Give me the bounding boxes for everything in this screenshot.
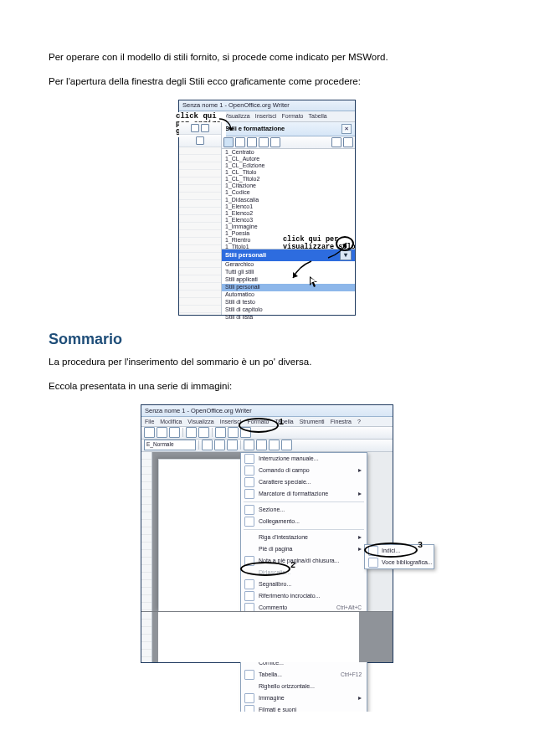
page-styles-icon[interactable]: [259, 137, 269, 147]
menu-item[interactable]: Filmati e suoni: [241, 704, 367, 712]
toolbar-button[interactable]: [228, 427, 239, 438]
menu-item[interactable]: Segnalibro...: [241, 579, 367, 590]
menu-item-icon: [244, 544, 254, 554]
svg-marker-0: [228, 127, 234, 131]
toolbar-button[interactable]: [244, 440, 254, 450]
styles-category-icons[interactable]: [222, 136, 355, 149]
cursor-icon: [310, 276, 318, 290]
toolbar-button[interactable]: [281, 440, 292, 450]
fill-format-icon[interactable]: [331, 137, 341, 147]
menu-item-label: Carattere speciale...: [259, 479, 311, 485]
menu-item[interactable]: File: [145, 419, 154, 424]
toolbar-row[interactable]: [179, 135, 221, 147]
menu-item[interactable]: Carattere speciale...: [241, 476, 367, 488]
style-list-item[interactable]: 1_Elenco3: [222, 217, 355, 224]
insert-menu-dropdown[interactable]: Interruzione manuale...Comando di campo▸…: [240, 452, 367, 712]
intro-paragraph-1: Per operare con il modello di stili forn…: [49, 50, 485, 64]
style-list-item[interactable]: 1_Didascalia: [222, 197, 355, 203]
close-icon[interactable]: ×: [341, 124, 352, 134]
toolbar-row[interactable]: [179, 122, 221, 135]
style-list-item[interactable]: 1_CL_Titolo2: [222, 176, 355, 183]
style-list-item[interactable]: 1_Elenco2: [222, 210, 355, 217]
menu-item[interactable]: Riferimento incrociato...: [241, 590, 367, 602]
submenu-item[interactable]: Voce bibliografica...: [365, 557, 434, 568]
styles-filter-label: Stili personali: [225, 252, 266, 260]
toolbar[interactable]: E_Normale: [141, 440, 393, 452]
menu-item[interactable]: Immagine▸: [241, 692, 367, 704]
style-list-item[interactable]: 1_Codice: [222, 189, 355, 196]
menu-item[interactable]: Tabella...Ctrl+F12: [241, 669, 367, 681]
style-list-item[interactable]: 1_CL_Titolo: [222, 169, 355, 176]
style-list-item[interactable]: 1_CL_Autore: [222, 156, 355, 162]
list-styles-icon[interactable]: [270, 137, 280, 147]
style-list-item[interactable]: 1_Centrato: [222, 149, 355, 156]
menu-item-icon: [244, 465, 254, 476]
style-selector[interactable]: E_Normale: [144, 440, 196, 450]
style-list-item[interactable]: 1_Citazione: [222, 183, 355, 189]
menu-item[interactable]: Tabella: [309, 113, 327, 120]
menu-item[interactable]: Strumenti: [300, 419, 325, 424]
toolbar-button[interactable]: [227, 440, 238, 450]
menu-item[interactable]: Formato: [281, 113, 303, 120]
style-list-item[interactable]: 1_CL_Edizione: [222, 162, 355, 169]
chevron-right-icon: ▸: [358, 533, 362, 541]
menu-item[interactable]: Inserisci: [255, 113, 277, 120]
toolbar-button[interactable]: [215, 427, 226, 438]
toolbar-button[interactable]: [196, 136, 204, 145]
menu-item-label: Collegamento...: [259, 518, 300, 524]
menu-item[interactable]: Righello orizzontale...: [241, 681, 367, 692]
menu-item[interactable]: Interruzione manuale...: [241, 453, 367, 465]
filter-option[interactable]: Stili di capitolo: [222, 306, 355, 314]
toolbar-button[interactable]: [198, 427, 209, 438]
filter-option[interactable]: Automatico: [222, 291, 355, 299]
menu-item[interactable]: ?: [357, 419, 361, 424]
toolbar-button[interactable]: [256, 440, 267, 450]
toolbar-button[interactable]: [169, 427, 180, 438]
menu-item-label: Piè di pagina: [259, 546, 292, 552]
toolbar-button[interactable]: [269, 440, 280, 450]
menu-item-icon: [368, 558, 378, 568]
character-styles-icon[interactable]: [235, 137, 245, 147]
menu-item[interactable]: Modifica: [160, 419, 182, 424]
styles-toolbar-button[interactable]: [191, 124, 199, 132]
toolbar-button[interactable]: [214, 440, 225, 450]
styles-panel: Stili e formattazione × click qui per vi…: [222, 122, 355, 315]
menu-item-label: Segnalibro...: [259, 581, 291, 587]
menu-item[interactable]: Visualizza: [187, 419, 213, 424]
toolbar-button[interactable]: [186, 427, 197, 438]
menu-item-icon: [244, 681, 254, 692]
toolbar-button[interactable]: [144, 427, 155, 438]
menu-item-label: Voce bibliografica...: [382, 559, 433, 565]
styles-list[interactable]: click qui per visualizzare solo gli stil…: [222, 149, 355, 249]
menu-item[interactable]: Comando di campo▸: [241, 465, 367, 476]
menu-item-icon: [244, 693, 254, 703]
menu-item-label: Immagine: [259, 695, 285, 701]
style-list-item[interactable]: 1_Immagine: [222, 224, 355, 230]
menu-item-shortcut: Ctrl+F12: [341, 671, 362, 677]
menu-item[interactable]: Sezione...: [241, 504, 367, 516]
filter-option[interactable]: Stili di testo: [222, 299, 355, 306]
intro-paragraph-2: Per l'apertura della finestra degli Stil…: [49, 75, 485, 89]
menu-item-label: Filmati e suoni: [259, 707, 296, 712]
menu-item[interactable]: Collegamento...: [241, 516, 367, 527]
style-list-item[interactable]: 1_Elenco1: [222, 203, 355, 210]
toolbar-button[interactable]: [157, 427, 167, 438]
document-page: Per operare con il modello di stili forn…: [0, 0, 534, 712]
new-style-icon[interactable]: [343, 137, 353, 147]
menu-item[interactable]: Marcatore di formattazione▸: [241, 488, 367, 500]
filter-option[interactable]: Stili di lista: [222, 314, 355, 321]
menu-item[interactable]: Piè di pagina▸: [241, 543, 367, 555]
menu-item-icon: [244, 705, 254, 712]
menu-item-icon: [244, 505, 254, 515]
menu-item-label: Riferimento incrociato...: [259, 593, 321, 599]
styles-panel-screenshot: click qui per aprire gli Stili Senza nom…: [178, 100, 356, 316]
toolbar-button[interactable]: [202, 440, 213, 450]
frame-styles-icon[interactable]: [247, 137, 257, 147]
paragraph-styles-icon[interactable]: [223, 137, 234, 147]
page-sheet: [158, 612, 359, 662]
menu-item[interactable]: Riga d'intestazione▸: [241, 532, 367, 543]
toolbar-button[interactable]: [201, 124, 209, 132]
menu-item[interactable]: Finestra: [331, 419, 352, 424]
menu-item-icon: [244, 579, 254, 589]
filter-option[interactable]: Stili personali: [222, 284, 355, 291]
